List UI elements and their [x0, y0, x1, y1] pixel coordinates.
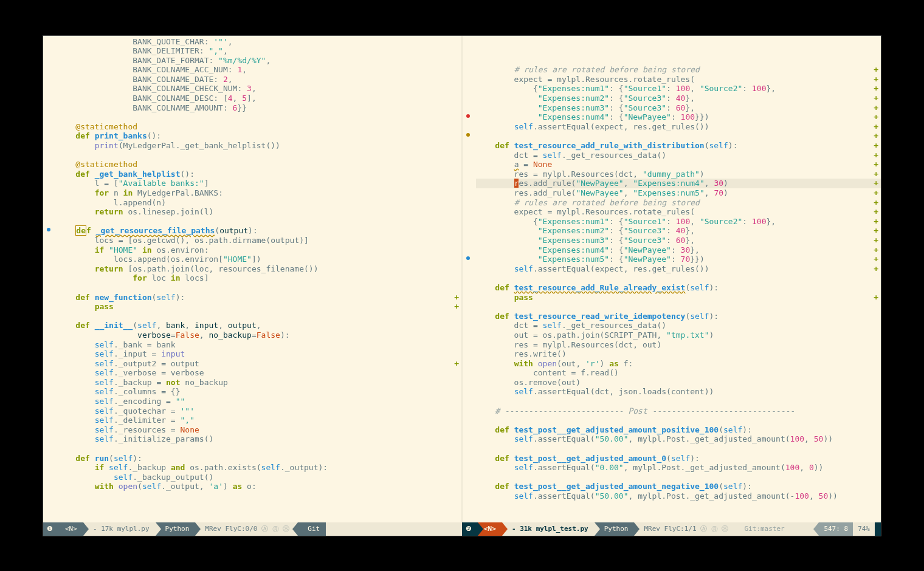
- left-code-area[interactable]: BANK_QUOTE_CHAR: '"', BANK_DELIMITER: ",…: [54, 36, 461, 522]
- right-code-pane[interactable]: - # rules are rotated before being store…: [463, 36, 881, 522]
- code-line[interactable]: def __init__(self, bank, input, output,: [57, 321, 461, 330]
- code-line[interactable]: {"Expenses:num1": {"Source1": 100, "Sour…: [476, 217, 881, 227]
- code-line[interactable]: res.add_rule("NewPayee", "Expenses:num4"…: [476, 179, 881, 188]
- gutter-mark: [43, 339, 54, 349]
- code-line[interactable]: BANK_COLNAME_DESC: [4, 5],: [57, 94, 461, 103]
- code-line[interactable]: [57, 217, 461, 227]
- code-line[interactable]: self._initialize_params(): [57, 434, 461, 444]
- code-line[interactable]: dct = self._get_resources_data(): [476, 321, 881, 330]
- code-line[interactable]: {"Expenses:num1": {"Source1": 100, "Sour…: [476, 84, 881, 94]
- code-line[interactable]: "Expenses:num3": {"Source3": 60},+: [476, 103, 881, 113]
- code-line[interactable]: expect = mylpl.Resources.rotate_rules(+: [476, 75, 881, 84]
- code-line[interactable]: [476, 473, 881, 482]
- code-line[interactable]: @staticmethod: [57, 122, 461, 132]
- code-line[interactable]: def _get_bank_helplist():: [57, 169, 461, 179]
- code-line[interactable]: res = mylpl.Resources(dct, out): [476, 340, 881, 350]
- code-line[interactable]: self.assertEqual(expect, res.get_rules()…: [476, 264, 881, 274]
- code-line[interactable]: def test_resource_add_rule_with_distribu…: [476, 141, 881, 151]
- code-line[interactable]: BANK_COLNAME_AMOUNT: 6}}: [57, 103, 461, 113]
- code-line[interactable]: def test_resource_add_Rule_already_exist…: [476, 283, 881, 293]
- code-line[interactable]: def test_post__get_adjusted_amount_posit…: [476, 425, 881, 435]
- code-line[interactable]: os.remove(out): [476, 378, 881, 388]
- code-line[interactable]: [476, 415, 881, 425]
- code-line[interactable]: [57, 312, 461, 321]
- code-line[interactable]: self.assertEqual(expect, res.get_rules()…: [476, 122, 881, 132]
- code-line[interactable]: "Expenses:num3": {"Source3": 60},+: [476, 236, 881, 245]
- code-line[interactable]: self.assertEqual("50.00", mylpl.Post._ge…: [476, 491, 881, 501]
- code-line[interactable]: [476, 444, 881, 454]
- code-line[interactable]: [476, 302, 881, 312]
- code-line[interactable]: # ------------------------- Post -------…: [476, 406, 881, 416]
- code-line[interactable]: for loc in locs]: [57, 273, 461, 283]
- code-line[interactable]: out = os.path.join(SCRIPT_PATH, "tmp.txt…: [476, 330, 881, 340]
- code-line[interactable]: expect = mylpl.Resources.rotate_rules(+: [476, 207, 881, 217]
- code-line[interactable]: self._backup_output(): [57, 473, 461, 482]
- code-line[interactable]: BANK_QUOTE_CHAR: '"',: [57, 37, 461, 47]
- code-line[interactable]: with open(self._output, 'a') as o:: [57, 482, 461, 491]
- code-line[interactable]: self._resources = None: [57, 425, 461, 435]
- right-code-area[interactable]: - # rules are rotated before being store…: [474, 36, 881, 522]
- code-line[interactable]: def test_post__get_adjusted_amount_negat…: [476, 482, 881, 491]
- code-line[interactable]: BANK_DELIMITER: ",",: [57, 46, 461, 56]
- code-line[interactable]: [57, 283, 461, 293]
- code-line[interactable]: self._columns = {}: [57, 387, 461, 397]
- code-line[interactable]: if self._backup and os.path.exists(self.…: [57, 463, 461, 473]
- code-line[interactable]: return os.linesep.join(l): [57, 207, 461, 217]
- code-line[interactable]: for n in MyLedgerPal.BANKS:: [57, 188, 461, 198]
- code-line[interactable]: if "HOME" in os.environ:: [57, 245, 461, 255]
- code-line[interactable]: self._delimiter = ",": [57, 415, 461, 425]
- code-line[interactable]: @staticmethod: [57, 160, 461, 169]
- code-line[interactable]: pass+: [57, 302, 461, 312]
- code-line[interactable]: def _get_resources_file_paths(output):: [57, 226, 461, 236]
- window-number-2: ❷: [462, 522, 478, 536]
- code-line[interactable]: [476, 273, 881, 283]
- code-line[interactable]: [57, 151, 461, 160]
- code-line[interactable]: self._backup = not no_backup: [57, 378, 461, 388]
- code-line[interactable]: self._verbose = verbose: [57, 368, 461, 378]
- code-line[interactable]: self._input = input: [57, 349, 461, 359]
- code-line[interactable]: l.append(n): [57, 198, 461, 208]
- code-line[interactable]: self._quotechar = '"': [57, 406, 461, 416]
- code-line[interactable]: def test_post__get_adjusted_amount_0(sel…: [476, 454, 881, 463]
- code-line[interactable]: [57, 444, 461, 454]
- code-line[interactable]: with open(out, 'r') as f:: [476, 359, 881, 369]
- code-line[interactable]: BANK_DATE_FORMAT: "%m/%d/%Y",: [57, 56, 461, 66]
- code-line[interactable]: self._encoding = "": [57, 397, 461, 406]
- code-line[interactable]: res = mylpl.Resources(dct, "dummy_path")…: [476, 169, 881, 179]
- code-line[interactable]: res.add_rule("NewPayee", "Expenses:num5"…: [476, 188, 881, 198]
- code-line[interactable]: "Expenses:num4": {"NewPayee": 30},+: [476, 245, 881, 255]
- code-line[interactable]: print(MyLedgerPal._get_bank_helplist()): [57, 141, 461, 151]
- code-line[interactable]: a = None+: [476, 160, 881, 169]
- code-line[interactable]: # rules are rotated before being stored+: [476, 65, 881, 75]
- code-line[interactable]: # rules are rotated before being stored+: [476, 198, 881, 208]
- code-line[interactable]: BANK_COLNAME_DATE: 2,: [57, 75, 461, 84]
- code-line[interactable]: return [os.path.join(loc, resources_file…: [57, 264, 461, 274]
- code-line[interactable]: pass+: [476, 293, 881, 303]
- code-line[interactable]: [476, 397, 881, 406]
- code-line[interactable]: res.write(): [476, 349, 881, 359]
- code-line[interactable]: def new_function(self):+: [57, 293, 461, 303]
- left-code-pane[interactable]: BANK_QUOTE_CHAR: '"', BANK_DELIMITER: ",…: [43, 36, 463, 522]
- code-line[interactable]: "Expenses:num4": {"NewPayee": 100}})+: [476, 112, 881, 122]
- code-line[interactable]: "Expenses:num5": {"NewPayee": 70}})+: [476, 255, 881, 264]
- code-line[interactable]: self.assertEqual(dct, json.loads(content…: [476, 387, 881, 397]
- code-line[interactable]: content = f.read(): [476, 368, 881, 378]
- code-line[interactable]: self.assertEqual("0.00", mylpl.Post._get…: [476, 463, 881, 473]
- code-line[interactable]: verbose=False, no_backup=False):: [57, 330, 461, 340]
- code-line[interactable]: dct = self._get_resources_data()+: [476, 151, 881, 160]
- code-line[interactable]: locs.append(os.environ["HOME"]): [57, 255, 461, 264]
- code-line[interactable]: self._bank = bank: [57, 340, 461, 350]
- code-line[interactable]: BANK_COLNAME_ACC_NUM: 1,: [57, 65, 461, 75]
- code-line[interactable]: +: [476, 131, 881, 141]
- code-line[interactable]: self.assertEqual("50.00", mylpl.Post._ge…: [476, 434, 881, 444]
- code-line[interactable]: def print_banks():: [57, 131, 461, 141]
- code-line[interactable]: def test_resource_read_write_idempotency…: [476, 312, 881, 321]
- code-line[interactable]: def run(self):: [57, 454, 461, 463]
- code-line[interactable]: [57, 112, 461, 122]
- code-line[interactable]: l = ["Available banks:"]: [57, 179, 461, 188]
- code-line[interactable]: "Expenses:num2": {"Source3": 40},+: [476, 94, 881, 103]
- code-line[interactable]: locs = [os.getcwd(), os.path.dirname(out…: [57, 236, 461, 245]
- code-line[interactable]: "Expenses:num2": {"Source3": 40},+: [476, 226, 881, 236]
- code-line[interactable]: BANK_COLNAME_CHECK_NUM: 3,: [57, 84, 461, 94]
- code-line[interactable]: self._output2 = output+: [57, 359, 461, 369]
